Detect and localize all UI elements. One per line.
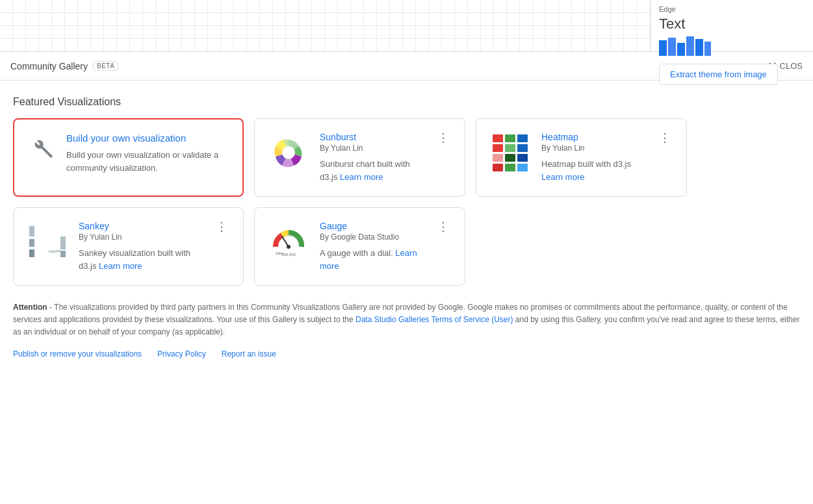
sunburst-name: Sunburst [320,132,424,142]
heatmap-desc: Heatmap built with d3.js Learn more [541,158,646,183]
svg-rect-8 [29,226,34,236]
sankey-thumbnail [27,221,68,262]
disclaimer-attention: Attention [13,303,47,312]
sankey-card-header: Sankey By Yulan Lin Sankey visualization… [27,221,230,272]
sunburst-card-header: Sunburst By Yulan Lin Sunburst chart bui… [268,132,452,183]
disclaimer: Attention - The visualizations provided … [13,301,800,344]
edge-charts [651,32,813,58]
footer-links: Publish or remove your visualizations Pr… [13,349,800,359]
svg-rect-11 [60,236,66,249]
svg-rect-1 [668,38,676,56]
edge-text: Text [651,16,813,32]
main-content: Featured Visualizations Build your own v… [0,81,813,374]
sunburst-thumbnail [268,132,309,173]
svg-rect-2 [677,43,685,56]
heatmap-icon [493,134,528,171]
build-card-desc: Build your own visualization or validate… [66,149,229,174]
gauge-card-header: 250,000 Sales Gauge By Google Data Studi… [268,221,452,272]
svg-point-14 [287,245,290,249]
wrench-icon [27,132,56,167]
sankey-info: Sankey By Yulan Lin Sankey visualization… [79,221,203,272]
heatmap-card[interactable]: Heatmap By Yulan Lin Heatmap built with … [476,118,687,197]
heatmap-name: Heatmap [541,132,646,142]
heatmap-learn-more[interactable]: Learn more [541,172,584,182]
cards-second-row: Sankey By Yulan Lin Sankey visualization… [13,207,800,286]
cards-first-row: Build your own visualization Build your … [13,118,800,197]
heatmap-thumbnail [489,132,531,173]
svg-text:Sales: Sales [276,251,284,255]
heatmap-card-header: Heatmap By Yulan Lin Heatmap built with … [489,132,673,183]
heatmap-author: By Yulan Lin [541,144,646,153]
gauge-name: Gauge [320,221,424,231]
publish-link[interactable]: Publish or remove your visualizations [13,349,142,359]
canvas-area [0,0,651,51]
svg-rect-10 [29,249,34,257]
svg-rect-4 [695,39,703,56]
svg-rect-0 [659,40,667,56]
sunburst-author: By Yulan Lin [320,144,424,153]
sankey-card[interactable]: Sankey By Yulan Lin Sankey visualization… [13,207,244,286]
gallery-title: Community Gallery [10,61,88,71]
sankey-name: Sankey [79,221,203,231]
report-link[interactable]: Report an issue [222,349,276,359]
sunburst-info: Sunburst By Yulan Lin Sunburst chart bui… [320,132,424,183]
extract-theme-button[interactable]: Extract theme from image [659,64,778,85]
svg-point-7 [282,146,295,159]
svg-rect-12 [60,251,66,257]
gauge-menu-icon[interactable]: ⋮ [435,221,452,233]
bar-chart-icon [659,35,711,56]
heatmap-menu-icon[interactable]: ⋮ [656,132,673,144]
sankey-author: By Yulan Lin [79,233,203,242]
gauge-info: Gauge By Google Data Studio A gauge with… [320,221,424,272]
build-your-own-card[interactable]: Build your own visualization Build your … [13,118,244,197]
section-title: Featured Visualizations [13,96,800,108]
beta-badge: BETA [93,61,118,71]
svg-rect-9 [29,239,34,247]
sunburst-card[interactable]: Sunburst By Yulan Lin Sunburst chart bui… [254,118,465,197]
sankey-desc: Sankey visualization built with d3.js Le… [79,247,203,272]
svg-rect-3 [686,36,694,56]
gauge-card[interactable]: 250,000 Sales Gauge By Google Data Studi… [254,207,465,286]
edge-label: Edge [651,3,813,16]
sankey-learn-more[interactable]: Learn more [99,261,142,271]
gauge-author: By Google Data Studio [320,233,424,242]
terms-link[interactable]: Data Studio Galleries Terms of Service (… [355,315,513,324]
sankey-menu-icon[interactable]: ⋮ [213,221,230,233]
edge-panel: Edge Text Extract theme from image [651,0,813,51]
gauge-desc: A gauge with a dial. Learn more [320,247,424,272]
gauge-thumbnail: 250,000 Sales [268,221,309,262]
build-card-content: Build your own visualization Build your … [66,132,229,174]
sunburst-menu-icon[interactable]: ⋮ [435,132,452,144]
top-bar: Edge Text Extract theme from image [0,0,813,52]
build-card-title[interactable]: Build your own visualization [66,132,229,144]
svg-rect-5 [704,42,711,56]
sunburst-desc: Sunburst chart built with d3.js Learn mo… [320,158,424,183]
heatmap-info: Heatmap By Yulan Lin Heatmap built with … [541,132,646,183]
sunburst-learn-more[interactable]: Learn more [340,172,383,182]
privacy-link[interactable]: Privacy Policy [157,349,206,359]
